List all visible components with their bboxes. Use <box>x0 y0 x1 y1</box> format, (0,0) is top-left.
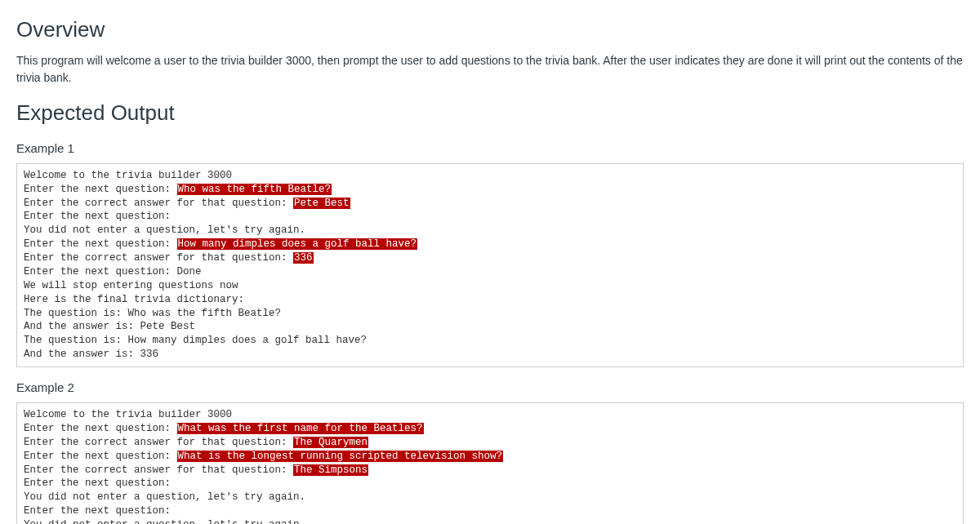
overview-heading: Overview <box>16 15 964 44</box>
example-label: Example 2 <box>16 379 964 396</box>
expected-output-heading: Expected Output <box>16 98 964 127</box>
user-input-highlight: How many dimples does a golf ball have? <box>177 238 418 250</box>
sample-output: Welcome to the trivia builder 3000 Enter… <box>16 163 964 367</box>
example-label: Example 1 <box>16 140 964 157</box>
examples-container: Example 1Welcome to the trivia builder 3… <box>16 140 964 524</box>
sample-output: Welcome to the trivia builder 3000 Enter… <box>16 402 964 524</box>
user-input-highlight: What was the first name for the Beatles? <box>177 423 424 434</box>
overview-text: This program will welcome a user to the … <box>16 52 964 87</box>
user-input-highlight: The Quarymen <box>293 437 368 448</box>
user-input-highlight: The Simpsons <box>293 464 368 476</box>
user-input-highlight: Pete Best <box>293 198 350 209</box>
user-input-highlight: 336 <box>293 252 314 264</box>
user-input-highlight: What is the longest running scripted tel… <box>177 451 504 462</box>
user-input-highlight: Who was the fifth Beatle? <box>177 184 332 195</box>
